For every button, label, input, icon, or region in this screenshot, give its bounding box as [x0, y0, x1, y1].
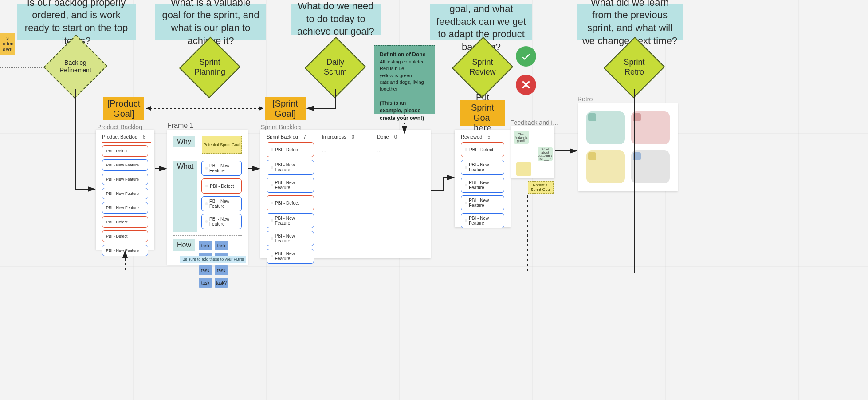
pbi-card[interactable]: PBI - New Feature — [461, 195, 504, 210]
pbi-card[interactable]: PBI - Defect — [102, 145, 148, 157]
pbi-card[interactable]: PBI - New Feature — [102, 245, 148, 256]
cross-icon — [516, 75, 536, 95]
task-chip[interactable]: task — [215, 265, 228, 275]
reviewed-board[interactable]: Reviewed5 PBI - DefectPBI - New FeatureP… — [455, 130, 511, 227]
sprint-col-inprogress[interactable]: In progress0 … — [322, 134, 369, 254]
pbi-card[interactable]: PBI - New Feature — [267, 249, 314, 264]
diamond-label-review: Sprint Review — [469, 58, 495, 77]
pbi-card[interactable]: PBI - New Feature — [201, 214, 242, 229]
diamond-label-planning: Sprint Planning — [194, 58, 225, 77]
pbi-card[interactable]: PBI - New Feature — [102, 174, 148, 185]
side-note[interactable]: s often ded! — [0, 33, 15, 55]
pbi-card[interactable]: PBI - Defect — [102, 230, 148, 242]
diamond-label-daily: Daily Scrum — [324, 58, 347, 77]
pbi-card[interactable]: PBI - New Feature — [267, 213, 314, 228]
review-goal-tag[interactable]: Put Sprint Goal here — [460, 100, 505, 126]
frame1-title: Frame 1 — [167, 122, 194, 130]
frame1-how-label: How — [173, 239, 195, 251]
sprint-col-done[interactable]: Done0 … — [377, 134, 424, 254]
pbi-card[interactable]: PBI - New Feature — [461, 160, 504, 175]
dod-line3: yellow is green — [380, 73, 412, 78]
dod-note: (This is an example, please create your … — [380, 100, 424, 121]
product-backlog-header: Product Backlog8 — [102, 134, 148, 139]
sprint-goal-tag[interactable]: [Sprint Goal] — [265, 97, 306, 120]
diamond-sprint-planning[interactable]: Sprint Planning — [189, 46, 231, 89]
pbi-card[interactable]: PBI - New Feature — [461, 178, 504, 193]
check-icon — [516, 46, 536, 67]
pbi-card[interactable]: PBI - Defect — [461, 142, 504, 157]
feedback-title: Feedback and i… — [510, 119, 559, 126]
task-chip[interactable]: task — [199, 265, 212, 275]
diamond-backlog-refinement[interactable]: Backlog Refinement — [53, 44, 98, 89]
pbi-card[interactable]: PBI - Defect — [267, 142, 314, 157]
pbi-card[interactable]: PBI - New Feature — [201, 196, 242, 211]
retro-title: Retro — [577, 95, 593, 103]
product-backlog-board[interactable]: Product Backlog8 PBI - DefectPBI - New F… — [96, 130, 154, 250]
pbi-card[interactable]: PBI - New Feature — [102, 202, 148, 214]
definition-of-done[interactable]: Definition of Done All testing completed… — [374, 45, 435, 114]
frame1-why-label: Why — [173, 136, 195, 147]
retro-quadrant-3[interactable] — [586, 150, 625, 183]
pbi-card[interactable]: PBI - New Feature — [201, 161, 242, 176]
retro-quadrant-4[interactable] — [631, 150, 670, 183]
sprint-board[interactable]: Sprint Backlog7 PBI - DefectPBI - New Fe… — [260, 130, 431, 258]
question-daily[interactable]: What do we need to do today to achieve o… — [291, 4, 381, 35]
dod-line1: All testing completed — [380, 59, 425, 64]
feedback-note2[interactable]: What about customers for ___? — [538, 147, 553, 161]
feedback-potential-goal[interactable]: Potential Sprint Goal — [528, 181, 554, 194]
diamond-sprint-retro[interactable]: Sprint Retro — [613, 46, 656, 89]
retro-quadrant-1[interactable] — [586, 111, 625, 144]
diamond-label-refinement: Backlog Refinement — [59, 59, 91, 74]
diamond-label-retro: Sprint Retro — [624, 58, 644, 77]
feedback-note3[interactable]: … — [516, 162, 531, 176]
dod-line4: cats and dogs, living together — [380, 79, 424, 91]
retro-quadrant-2[interactable] — [631, 111, 670, 144]
pbi-card[interactable]: PBI - New Feature — [267, 178, 314, 193]
diamond-sprint-review[interactable]: Sprint Review — [461, 46, 504, 89]
pbi-card[interactable]: PBI - New Feature — [267, 160, 314, 175]
dod-title: Definition of Done — [380, 51, 425, 58]
dod-line2: Red is blue — [380, 66, 404, 71]
pbi-card[interactable]: PBI - New Feature — [102, 188, 148, 199]
frame1-what-label: What — [173, 161, 197, 232]
task-chip[interactable]: task — [199, 278, 212, 288]
feedback-note1[interactable]: This feature is great! — [514, 131, 529, 144]
pbi-card[interactable]: PBI - Defect — [267, 195, 314, 210]
feedback-board[interactable]: This feature is great! What about custom… — [511, 126, 554, 178]
frame1-board[interactable]: Why Potential Sprint Goal What PBI - New… — [167, 130, 248, 265]
task-chip[interactable]: task? — [215, 278, 228, 288]
retro-board[interactable] — [578, 103, 678, 191]
pbi-card[interactable]: PBI - New Feature — [267, 231, 314, 246]
potential-sprint-goal[interactable]: Potential Sprint Goal — [202, 136, 242, 154]
task-chip[interactable]: task — [215, 241, 228, 250]
diamond-daily-scrum[interactable]: Daily Scrum — [314, 46, 357, 89]
pbi-card[interactable]: PBI - Defect — [102, 216, 148, 228]
pbi-card[interactable]: PBI - New Feature — [461, 213, 504, 228]
pbi-card[interactable]: PBI - Defect — [201, 178, 242, 194]
pbi-card[interactable]: PBI - New Feature — [102, 159, 148, 171]
question-review[interactable]: Did we achieve our goal, and what feedba… — [430, 4, 532, 40]
sprint-col-backlog[interactable]: Sprint Backlog7 PBI - DefectPBI - New Fe… — [267, 134, 314, 254]
product-goal-tag[interactable]: [Product Goal] — [103, 97, 144, 120]
question-retro[interactable]: What did we learn from the previous spri… — [577, 4, 683, 40]
frame1-hint: Be sure to add these to your PBI's! — [180, 256, 246, 263]
question-planning[interactable]: What is a valuable goal for the sprint, … — [155, 4, 266, 40]
task-chip[interactable]: task — [199, 241, 212, 250]
